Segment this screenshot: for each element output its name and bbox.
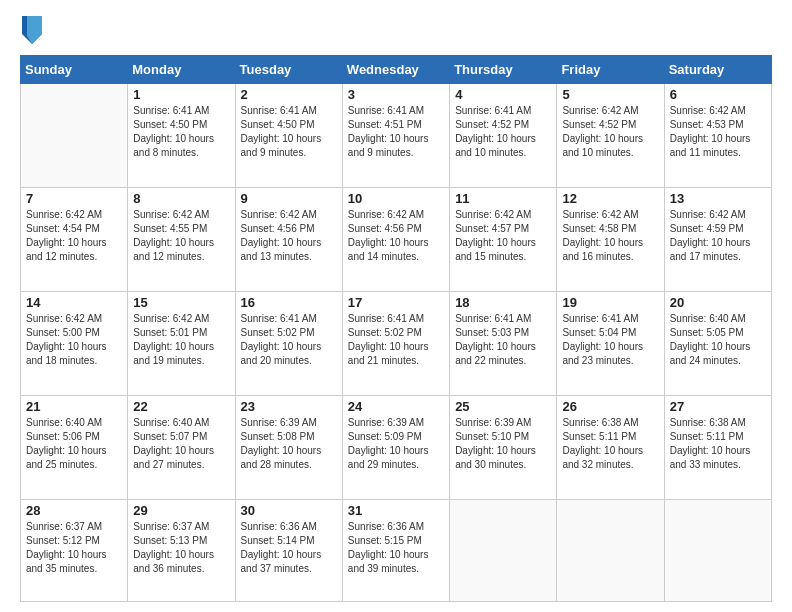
day-info: Sunrise: 6:40 AM Sunset: 5:06 PM Dayligh…	[26, 416, 122, 472]
day-info: Sunrise: 6:42 AM Sunset: 4:56 PM Dayligh…	[241, 208, 337, 264]
calendar-cell: 20Sunrise: 6:40 AM Sunset: 5:05 PM Dayli…	[664, 292, 771, 396]
calendar-header-thursday: Thursday	[450, 55, 557, 83]
day-info: Sunrise: 6:41 AM Sunset: 5:04 PM Dayligh…	[562, 312, 658, 368]
calendar-cell: 27Sunrise: 6:38 AM Sunset: 5:11 PM Dayli…	[664, 396, 771, 500]
day-number: 14	[26, 295, 122, 310]
calendar-cell: 8Sunrise: 6:42 AM Sunset: 4:55 PM Daylig…	[128, 187, 235, 291]
day-info: Sunrise: 6:36 AM Sunset: 5:14 PM Dayligh…	[241, 520, 337, 576]
calendar-cell: 5Sunrise: 6:42 AM Sunset: 4:52 PM Daylig…	[557, 83, 664, 187]
day-info: Sunrise: 6:42 AM Sunset: 4:55 PM Dayligh…	[133, 208, 229, 264]
calendar-cell: 17Sunrise: 6:41 AM Sunset: 5:02 PM Dayli…	[342, 292, 449, 396]
calendar-cell: 25Sunrise: 6:39 AM Sunset: 5:10 PM Dayli…	[450, 396, 557, 500]
calendar-cell: 3Sunrise: 6:41 AM Sunset: 4:51 PM Daylig…	[342, 83, 449, 187]
day-info: Sunrise: 6:37 AM Sunset: 5:13 PM Dayligh…	[133, 520, 229, 576]
day-number: 26	[562, 399, 658, 414]
day-info: Sunrise: 6:39 AM Sunset: 5:09 PM Dayligh…	[348, 416, 444, 472]
logo-icon	[22, 16, 42, 44]
day-number: 17	[348, 295, 444, 310]
day-number: 13	[670, 191, 766, 206]
calendar-cell: 9Sunrise: 6:42 AM Sunset: 4:56 PM Daylig…	[235, 187, 342, 291]
day-number: 4	[455, 87, 551, 102]
calendar-header-friday: Friday	[557, 55, 664, 83]
calendar-cell: 24Sunrise: 6:39 AM Sunset: 5:09 PM Dayli…	[342, 396, 449, 500]
day-number: 30	[241, 503, 337, 518]
calendar-table: SundayMondayTuesdayWednesdayThursdayFrid…	[20, 55, 772, 602]
day-info: Sunrise: 6:42 AM Sunset: 4:54 PM Dayligh…	[26, 208, 122, 264]
day-info: Sunrise: 6:41 AM Sunset: 5:02 PM Dayligh…	[348, 312, 444, 368]
day-info: Sunrise: 6:41 AM Sunset: 5:03 PM Dayligh…	[455, 312, 551, 368]
calendar-header-row: SundayMondayTuesdayWednesdayThursdayFrid…	[21, 55, 772, 83]
day-info: Sunrise: 6:37 AM Sunset: 5:12 PM Dayligh…	[26, 520, 122, 576]
calendar-cell: 7Sunrise: 6:42 AM Sunset: 4:54 PM Daylig…	[21, 187, 128, 291]
calendar-cell: 14Sunrise: 6:42 AM Sunset: 5:00 PM Dayli…	[21, 292, 128, 396]
calendar-header-saturday: Saturday	[664, 55, 771, 83]
day-number: 11	[455, 191, 551, 206]
day-info: Sunrise: 6:42 AM Sunset: 5:00 PM Dayligh…	[26, 312, 122, 368]
calendar-cell: 28Sunrise: 6:37 AM Sunset: 5:12 PM Dayli…	[21, 500, 128, 602]
day-number: 10	[348, 191, 444, 206]
calendar-week-5: 28Sunrise: 6:37 AM Sunset: 5:12 PM Dayli…	[21, 500, 772, 602]
day-info: Sunrise: 6:42 AM Sunset: 4:57 PM Dayligh…	[455, 208, 551, 264]
calendar-cell	[450, 500, 557, 602]
day-info: Sunrise: 6:39 AM Sunset: 5:08 PM Dayligh…	[241, 416, 337, 472]
calendar-week-4: 21Sunrise: 6:40 AM Sunset: 5:06 PM Dayli…	[21, 396, 772, 500]
day-info: Sunrise: 6:42 AM Sunset: 4:59 PM Dayligh…	[670, 208, 766, 264]
calendar-cell	[664, 500, 771, 602]
calendar-header-wednesday: Wednesday	[342, 55, 449, 83]
day-number: 18	[455, 295, 551, 310]
day-number: 7	[26, 191, 122, 206]
day-info: Sunrise: 6:40 AM Sunset: 5:05 PM Dayligh…	[670, 312, 766, 368]
calendar-cell: 18Sunrise: 6:41 AM Sunset: 5:03 PM Dayli…	[450, 292, 557, 396]
day-number: 12	[562, 191, 658, 206]
calendar-cell: 13Sunrise: 6:42 AM Sunset: 4:59 PM Dayli…	[664, 187, 771, 291]
day-info: Sunrise: 6:42 AM Sunset: 4:52 PM Dayligh…	[562, 104, 658, 160]
day-info: Sunrise: 6:40 AM Sunset: 5:07 PM Dayligh…	[133, 416, 229, 472]
calendar-cell: 26Sunrise: 6:38 AM Sunset: 5:11 PM Dayli…	[557, 396, 664, 500]
calendar-week-3: 14Sunrise: 6:42 AM Sunset: 5:00 PM Dayli…	[21, 292, 772, 396]
day-number: 21	[26, 399, 122, 414]
calendar-cell: 11Sunrise: 6:42 AM Sunset: 4:57 PM Dayli…	[450, 187, 557, 291]
calendar-cell: 31Sunrise: 6:36 AM Sunset: 5:15 PM Dayli…	[342, 500, 449, 602]
calendar-week-2: 7Sunrise: 6:42 AM Sunset: 4:54 PM Daylig…	[21, 187, 772, 291]
day-number: 27	[670, 399, 766, 414]
day-number: 6	[670, 87, 766, 102]
calendar-header-sunday: Sunday	[21, 55, 128, 83]
day-number: 9	[241, 191, 337, 206]
calendar-header-tuesday: Tuesday	[235, 55, 342, 83]
day-number: 23	[241, 399, 337, 414]
calendar-cell: 19Sunrise: 6:41 AM Sunset: 5:04 PM Dayli…	[557, 292, 664, 396]
day-info: Sunrise: 6:39 AM Sunset: 5:10 PM Dayligh…	[455, 416, 551, 472]
day-number: 3	[348, 87, 444, 102]
day-number: 25	[455, 399, 551, 414]
day-info: Sunrise: 6:42 AM Sunset: 5:01 PM Dayligh…	[133, 312, 229, 368]
calendar-cell: 10Sunrise: 6:42 AM Sunset: 4:56 PM Dayli…	[342, 187, 449, 291]
day-info: Sunrise: 6:36 AM Sunset: 5:15 PM Dayligh…	[348, 520, 444, 576]
calendar-week-1: 1Sunrise: 6:41 AM Sunset: 4:50 PM Daylig…	[21, 83, 772, 187]
day-number: 19	[562, 295, 658, 310]
calendar-cell: 30Sunrise: 6:36 AM Sunset: 5:14 PM Dayli…	[235, 500, 342, 602]
calendar-cell: 12Sunrise: 6:42 AM Sunset: 4:58 PM Dayli…	[557, 187, 664, 291]
day-info: Sunrise: 6:41 AM Sunset: 4:51 PM Dayligh…	[348, 104, 444, 160]
day-number: 1	[133, 87, 229, 102]
day-number: 28	[26, 503, 122, 518]
day-info: Sunrise: 6:42 AM Sunset: 4:53 PM Dayligh…	[670, 104, 766, 160]
calendar-cell: 21Sunrise: 6:40 AM Sunset: 5:06 PM Dayli…	[21, 396, 128, 500]
day-number: 8	[133, 191, 229, 206]
day-info: Sunrise: 6:41 AM Sunset: 4:50 PM Dayligh…	[133, 104, 229, 160]
calendar-cell	[557, 500, 664, 602]
day-number: 15	[133, 295, 229, 310]
calendar-cell	[21, 83, 128, 187]
day-info: Sunrise: 6:41 AM Sunset: 5:02 PM Dayligh…	[241, 312, 337, 368]
day-info: Sunrise: 6:42 AM Sunset: 4:56 PM Dayligh…	[348, 208, 444, 264]
day-info: Sunrise: 6:38 AM Sunset: 5:11 PM Dayligh…	[562, 416, 658, 472]
day-number: 22	[133, 399, 229, 414]
day-number: 16	[241, 295, 337, 310]
calendar-cell: 23Sunrise: 6:39 AM Sunset: 5:08 PM Dayli…	[235, 396, 342, 500]
calendar-cell: 15Sunrise: 6:42 AM Sunset: 5:01 PM Dayli…	[128, 292, 235, 396]
calendar-cell: 1Sunrise: 6:41 AM Sunset: 4:50 PM Daylig…	[128, 83, 235, 187]
day-info: Sunrise: 6:38 AM Sunset: 5:11 PM Dayligh…	[670, 416, 766, 472]
calendar-cell: 6Sunrise: 6:42 AM Sunset: 4:53 PM Daylig…	[664, 83, 771, 187]
logo	[20, 16, 42, 49]
calendar-cell: 16Sunrise: 6:41 AM Sunset: 5:02 PM Dayli…	[235, 292, 342, 396]
header	[20, 16, 772, 49]
